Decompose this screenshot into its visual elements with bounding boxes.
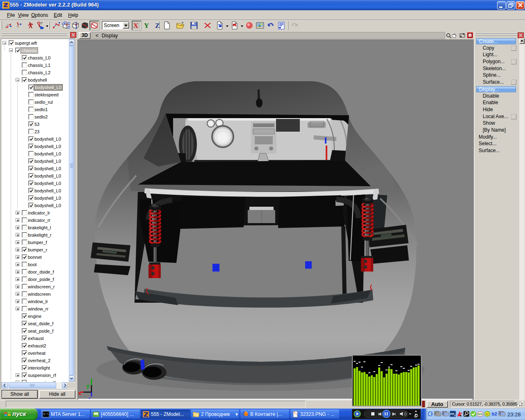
svg-text:X: X <box>133 22 139 30</box>
svg-text:x: x <box>78 390 81 396</box>
svg-text:Z: Z <box>155 22 160 30</box>
svg-text:C:\: C:\ <box>43 413 49 416</box>
svg-text:N/A: N/A <box>478 413 483 415</box>
svg-text:y: y <box>87 383 89 389</box>
svg-text:b2: b2 <box>492 411 497 416</box>
svg-text:Y: Y <box>144 22 149 30</box>
